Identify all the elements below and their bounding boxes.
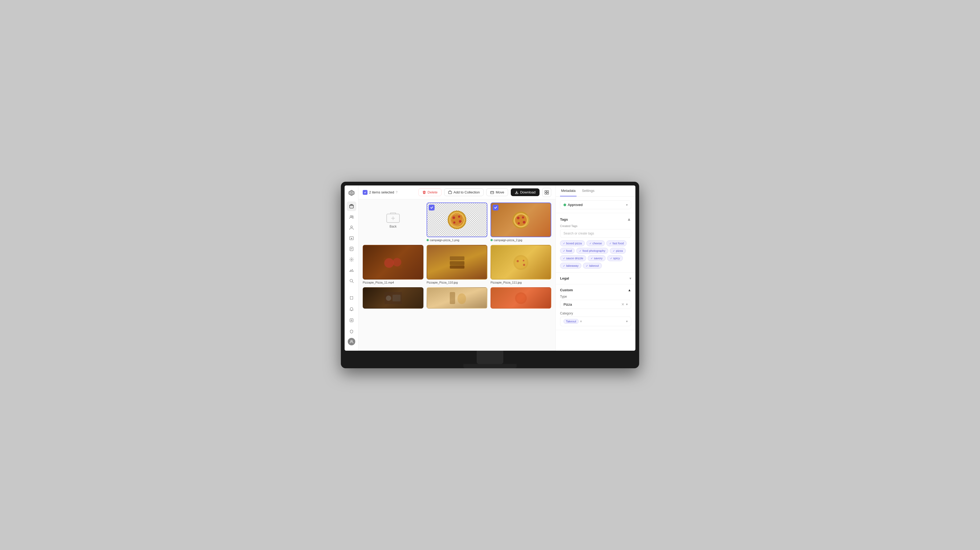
right-panel: Metadata Settings Approved ▾ Tags ▲ [555,185,635,351]
file-thumb-bottom2[interactable] [426,287,487,309]
tab-metadata[interactable]: Metadata [560,185,577,196]
tag-boxed-pizza[interactable]: ✓ boxed pizza [560,240,585,246]
user-avatar[interactable] [348,338,355,345]
legal-header[interactable]: Legal ▾ [560,276,631,281]
sidebar-item-files[interactable] [347,201,356,211]
file-thumb-pizza111[interactable] [490,245,551,279]
svg-point-49 [458,293,466,304]
tag-sauce-drizzle[interactable]: ✓ sauce drizzle [560,255,586,261]
svg-rect-16 [547,191,549,192]
sidebar-item-expand[interactable] [347,293,356,303]
tags-container: ✓ boxed pizza ✓ cheese ✓ fast food ✓ foo… [560,240,631,269]
sidebar-item-team[interactable] [347,212,356,222]
file-name-pizza110: Pizzapie_Pizza_110.jpg [426,281,487,284]
panel-section-status: Approved ▾ [556,197,635,213]
file-cell-pizza2[interactable]: campaign-pizza_2.jpg [490,202,551,242]
type-clear-icon[interactable]: ✕ [621,302,625,306]
sidebar-item-shield[interactable] [347,327,356,336]
back-button[interactable]: Back [363,202,423,237]
tag-takeout[interactable]: ✓ takeout [583,263,601,269]
category-label: Category [560,311,631,315]
tab-settings[interactable]: Settings [581,185,595,196]
tag-savory[interactable]: ✓ savory [588,255,605,261]
tag-check-icon: ✓ [589,242,592,245]
svg-point-26 [453,222,455,223]
file-cell-pizza1[interactable]: campaign-pizza_1.png [426,202,487,242]
delete-button[interactable]: Delete [418,188,442,196]
svg-point-36 [393,258,401,266]
sidebar-item-settings[interactable] [347,255,356,264]
logo[interactable] [347,189,356,197]
sidebar-item-media[interactable] [347,233,356,243]
main-content: 2 items selected ? Delete Add to Collect… [358,185,555,351]
back-label: Back [390,225,397,228]
svg-point-43 [523,260,524,261]
tag-check-icon: ✓ [609,242,611,245]
status-dropdown[interactable]: Approved ▾ [560,200,631,209]
svg-point-30 [517,217,520,219]
type-dropdown[interactable]: Pizza ✕ ▾ [560,300,631,309]
file-thumb-bottom3[interactable] [490,287,551,309]
file-cell-bottom2[interactable] [426,287,487,309]
tag-cheese[interactable]: ✓ cheese [586,240,605,246]
tag-takeaway[interactable]: ✓ takeaway [560,263,581,269]
tag-check-icon: ✓ [563,249,565,252]
tag-pizza[interactable]: ✓ pizza [610,248,626,253]
category-remove-icon[interactable]: ✕ [580,320,582,323]
panel-section-tags: Tags ▲ Created Tags Search or create tag… [556,213,635,273]
file-cell-pizza11[interactable]: Pizzapie_Pizza_11.mp4 [363,245,423,284]
svg-rect-47 [393,295,401,301]
custom-header[interactable]: Custom ▲ [560,288,631,292]
legal-title: Legal [560,276,569,281]
svg-rect-7 [350,247,353,251]
sidebar-item-bell[interactable] [347,304,356,314]
sidebar-item-tasks[interactable] [347,244,356,253]
help-icon[interactable]: ? [396,191,398,194]
file-thumb-pizza11[interactable] [363,245,423,279]
svg-point-25 [459,220,461,223]
file-thumb-pizza110[interactable] [426,245,487,279]
toolbar: 2 items selected ? Delete Add to Collect… [358,185,555,199]
custom-collapse-icon[interactable]: ▲ [628,288,631,292]
category-field: Category Takeout ✕ ▾ [560,311,631,326]
svg-rect-14 [490,191,494,194]
sidebar-item-search[interactable] [347,276,356,286]
tag-fast-food[interactable]: ✓ fast food [606,240,627,246]
tag-spicy[interactable]: ✓ spicy [607,255,623,261]
type-chevron-icon: ▾ [626,303,628,306]
svg-rect-15 [545,191,546,192]
grid-toggle-button[interactable] [542,188,551,197]
file-cell-pizza111[interactable]: Pizzapie_Pizza_111.jpg [490,245,551,284]
svg-rect-17 [545,193,546,194]
file-cell-bottom1[interactable] [363,287,423,309]
legal-chevron-icon: ▾ [630,277,631,281]
file-thumb-pizza1[interactable] [426,202,487,237]
category-tag: Takeout ✕ [563,319,582,324]
svg-point-32 [523,221,525,223]
sidebar-item-landscape[interactable] [347,265,356,275]
file-thumb-pizza2[interactable] [490,202,551,237]
file-cell-bottom3[interactable] [490,287,551,309]
file-thumb-bottom1[interactable] [363,287,423,309]
category-dropdown[interactable]: Takeout ✕ ▾ [560,317,631,326]
tag-food-photography[interactable]: ✓ food photography [576,248,608,253]
svg-point-42 [517,260,519,262]
svg-rect-18 [547,193,549,194]
file-cell-pizza110[interactable]: Pizzapie_Pizza_110.jpg [426,245,487,284]
move-button[interactable]: Move [486,188,508,196]
download-button[interactable]: Download [511,188,539,196]
sidebar-item-person[interactable] [347,223,356,232]
tags-header: Tags ▲ [560,217,631,222]
svg-point-24 [458,215,460,218]
tags-collapse-icon[interactable]: ▲ [627,217,631,222]
svg-point-46 [386,295,391,301]
tags-title: Tags [560,217,568,222]
tag-food[interactable]: ✓ food [560,248,575,253]
tag-check-icon: ✓ [563,264,565,267]
sidebar-item-badge[interactable] [347,316,356,325]
tags-search-input[interactable]: Search or create tags [560,229,631,238]
selected-icon [363,190,368,195]
panel-tabs: Metadata Settings [556,185,635,197]
add-to-collection-button[interactable]: Add to Collection [444,188,484,196]
status-chevron-icon: ▾ [626,203,628,207]
